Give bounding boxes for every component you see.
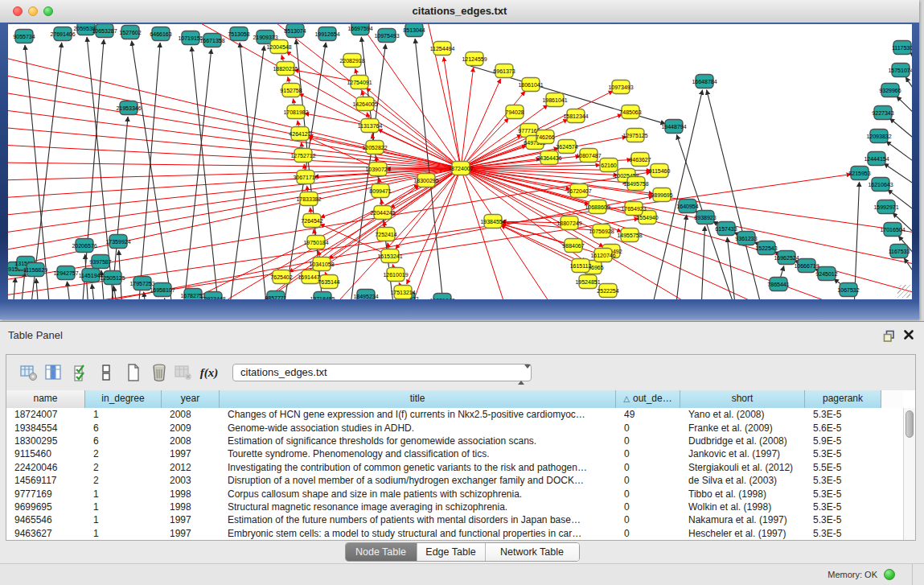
- delete-column-icon[interactable]: [148, 361, 170, 384]
- column-header-in_degree[interactable]: in_degree: [85, 390, 162, 408]
- table-cell[interactable]: Yano et al. (2008): [680, 409, 805, 420]
- table-row[interactable]: 969969511998Structural magnetic resonanc…: [6, 501, 903, 513]
- table-cell[interactable]: Tourette syndrome. Phenomenology and cla…: [220, 448, 616, 459]
- network-canvas[interactable]: 9055734276914062059539610653287152760264…: [8, 24, 912, 299]
- table-cell[interactable]: Franke et al. (2009): [680, 422, 805, 434]
- column-header-name[interactable]: name: [6, 390, 85, 408]
- table-cell[interactable]: 2009: [162, 422, 220, 434]
- function-builder-icon[interactable]: f(x): [198, 361, 220, 384]
- table-cell[interactable]: 0: [616, 501, 680, 513]
- graph-edge[interactable]: [36, 278, 39, 299]
- table-cell[interactable]: Wolkin et al. (1998): [680, 501, 805, 513]
- table-cell[interactable]: 5.9E-5: [805, 435, 881, 447]
- table-cell[interactable]: 9465546: [6, 514, 85, 525]
- graph-edge[interactable]: [854, 182, 860, 299]
- graph-edge[interactable]: [897, 97, 912, 121]
- graph-edge[interactable]: [191, 47, 219, 299]
- table-cell[interactable]: 0: [616, 488, 680, 500]
- table-cell[interactable]: 6: [85, 435, 162, 447]
- table-row[interactable]: 1456911722003Disruption of a novel membe…: [6, 474, 903, 487]
- table-cell[interactable]: 1997: [162, 528, 220, 539]
- table-cell[interactable]: 49: [616, 409, 680, 420]
- table-cell[interactable]: Embryonic stem cells: a model to study s…: [220, 528, 616, 539]
- table-cell[interactable]: 0: [616, 422, 680, 434]
- table-cell[interactable]: 2: [85, 448, 162, 459]
- delete-table-icon[interactable]: [172, 361, 195, 384]
- table-cell[interactable]: 2008: [162, 409, 220, 420]
- scrollbar-thumb[interactable]: [906, 410, 914, 438]
- table-cell[interactable]: 9777169: [6, 488, 85, 500]
- table-row[interactable]: 2242004622012Investigating the contribut…: [6, 461, 903, 474]
- graph-edge[interactable]: [92, 284, 95, 299]
- table-row[interactable]: 1872400712008Changes of HCN gene express…: [6, 408, 903, 421]
- row-height-icon[interactable]: [95, 361, 117, 384]
- table-cell[interactable]: Investigating the contribution of common…: [220, 462, 616, 473]
- table-cell[interactable]: 9115460: [6, 448, 85, 459]
- graph-edge[interactable]: [185, 24, 461, 168]
- citation-network-graph[interactable]: 9055734276914062059539610653287152760264…: [8, 24, 912, 299]
- table-cell[interactable]: Tibbo et al. (1998): [680, 488, 805, 500]
- table-row[interactable]: 1938455462009Genome-wide association stu…: [6, 421, 903, 434]
- table-cell[interactable]: Estimation of the future numbers of pati…: [220, 514, 616, 525]
- table-cell[interactable]: 18724007: [6, 409, 85, 420]
- graph-edge[interactable]: [183, 49, 211, 299]
- table-selector-dropdown[interactable]: citations_edges.txt: [232, 364, 532, 381]
- graph-edge[interactable]: [8, 74, 461, 168]
- table-cell[interactable]: 1997: [162, 448, 220, 459]
- table-row[interactable]: 946362711997Embryonic stem cells: a mode…: [6, 527, 903, 540]
- table-row[interactable]: 946554611997Estimation of the future num…: [6, 513, 903, 526]
- table-options-icon[interactable]: [18, 361, 40, 384]
- table-cell[interactable]: 9463627: [6, 528, 85, 539]
- column-header-title[interactable]: title: [220, 390, 616, 408]
- table-cell[interactable]: Structural magnetic resonance image aver…: [220, 501, 616, 513]
- graph-edge[interactable]: [138, 43, 160, 299]
- table-cell[interactable]: 2003: [162, 475, 220, 486]
- table-cell[interactable]: 22420046: [6, 462, 85, 473]
- table-cell[interactable]: 5.3E-5: [805, 501, 881, 513]
- table-cell[interactable]: Disruption of a novel member of a sodium…: [220, 475, 616, 486]
- column-header-out_de[interactable]: △out_de…: [616, 390, 680, 408]
- graph-edge[interactable]: [8, 109, 461, 168]
- table-cell[interactable]: 1998: [162, 488, 220, 500]
- table-cell[interactable]: 18300295: [6, 435, 85, 447]
- column-header-short[interactable]: short: [680, 390, 805, 408]
- table-cell[interactable]: Nakamura et al. (1997): [680, 514, 805, 525]
- table-cell[interactable]: 5.5E-5: [805, 462, 881, 473]
- table-cell[interactable]: 5.3E-5: [805, 514, 881, 525]
- vertical-scrollbar[interactable]: [903, 408, 915, 540]
- table-cell[interactable]: 19384554: [6, 422, 85, 434]
- table-cell[interactable]: 2: [85, 462, 162, 473]
- table-cell[interactable]: 1997: [162, 514, 220, 525]
- table-row[interactable]: 911546021997Tourette syndrome. Phenomeno…: [6, 447, 903, 460]
- table-cell[interactable]: 1: [85, 528, 162, 539]
- memory-ok-indicator[interactable]: [884, 569, 895, 580]
- table-cell[interactable]: Genome-wide association studies in ADHD.: [220, 422, 616, 434]
- graph-edge[interactable]: [461, 168, 570, 189]
- table-cell[interactable]: 5.3E-5: [805, 488, 881, 500]
- table-cell[interactable]: 1: [85, 488, 162, 500]
- tab-edge-table[interactable]: Edge Table: [417, 543, 486, 561]
- table-cell[interactable]: 0: [616, 448, 680, 459]
- table-cell[interactable]: Dudbridge et al. (2008): [680, 435, 805, 447]
- graph-edge[interactable]: [229, 46, 265, 299]
- graph-edge[interactable]: [8, 56, 461, 168]
- graph-edge[interactable]: [889, 118, 912, 145]
- canvas-resize-grip[interactable]: [897, 285, 910, 298]
- table-cell[interactable]: 2012: [162, 462, 220, 473]
- graph-edge[interactable]: [461, 68, 474, 168]
- tab-node-table[interactable]: Node Table: [346, 543, 417, 561]
- show-columns-icon[interactable]: [42, 361, 64, 384]
- graph-edge[interactable]: [886, 142, 912, 167]
- table-cell[interactable]: 5.3E-5: [805, 528, 881, 539]
- table-cell[interactable]: 0: [616, 435, 680, 447]
- table-cell[interactable]: 1: [85, 514, 162, 525]
- table-cell[interactable]: 9699695: [6, 501, 85, 513]
- table-cell[interactable]: 0: [616, 475, 680, 486]
- table-cell[interactable]: Estimation of significance thresholds fo…: [220, 435, 616, 447]
- table-cell[interactable]: 1998: [162, 501, 220, 513]
- close-panel-icon[interactable]: [903, 329, 914, 340]
- graph-edge[interactable]: [8, 163, 461, 168]
- graph-edge[interactable]: [164, 299, 167, 299]
- table-cell[interactable]: 5.3E-5: [805, 448, 881, 459]
- graph-edge[interactable]: [461, 168, 507, 299]
